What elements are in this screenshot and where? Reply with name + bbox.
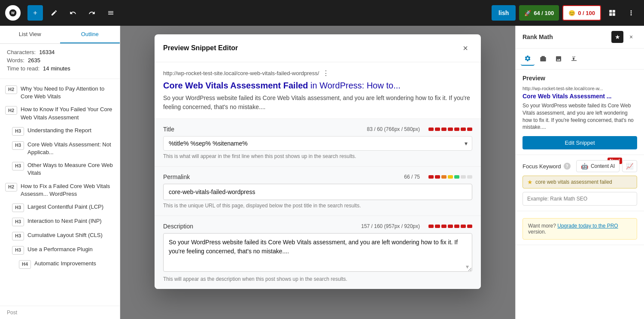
right-header-icons: ★ ×	[611, 31, 637, 43]
tab-general[interactable]	[521, 52, 535, 66]
tab-outline[interactable]: Outline	[60, 26, 120, 43]
preview-title-sm: Core Web Vitals Assessment ...	[522, 93, 637, 100]
snippet-url: http://wp-rocket-test-site.local/core-we…	[163, 70, 319, 76]
chars-label: Characters:	[7, 49, 36, 55]
list-item[interactable]: H3 Use a Performance Plugin	[0, 243, 120, 257]
tab-list-view[interactable]: List View	[0, 26, 60, 43]
modal-title: Preview Snippet Editor	[163, 44, 238, 52]
time-value: 14 minutes	[43, 65, 70, 72]
preview-desc-sm: So your WordPress website failed its Cor…	[522, 102, 637, 131]
list-item[interactable]: H4 Automatic Improvements	[0, 257, 120, 271]
chars-value: 16334	[39, 49, 55, 55]
upgrade-link[interactable]: Upgrade today to the PRO	[557, 223, 618, 229]
list-item[interactable]: H3 Largest Contentful Paint (LCP)	[0, 201, 120, 215]
title-select[interactable]: %title% %sep% %sitename% ▾	[163, 136, 472, 151]
redo-button[interactable]	[84, 5, 100, 21]
permalink-counter: 66 / 75	[404, 174, 420, 180]
content-ai-icon: 🤖	[581, 163, 588, 170]
right-sidebar-header: Rank Math ★ ×	[516, 26, 644, 49]
left-sidebar: List View Outline Characters: 16334 Word…	[0, 26, 120, 319]
permalink-progress-bar	[428, 175, 472, 179]
permalink-field-label: Permalink	[163, 173, 190, 180]
modal-close-button[interactable]: ×	[459, 41, 472, 55]
title-select-display: %title% %sep% %sitename%	[164, 137, 472, 150]
publish-button[interactable]: lish	[492, 5, 516, 21]
close-sidebar-button[interactable]: ×	[625, 31, 637, 43]
title-field-section: Title 83 / 60 (766px / 580px)	[155, 119, 481, 167]
tab-advanced[interactable]	[567, 52, 581, 66]
more-options-button[interactable]	[623, 5, 639, 21]
permalink-help-text: This is the unique URL of this page, dis…	[163, 203, 472, 209]
description-help-text: This will appear as the description when…	[163, 276, 472, 282]
focus-keyword-section: Focus Keyword ? New! 🤖 Content AI 📈 ★ co…	[516, 155, 644, 211]
upgrade-text2: version.	[528, 229, 546, 235]
layout-button[interactable]	[605, 5, 620, 21]
sidebar-stats: Characters: 16334 Words: 2635 Time to re…	[0, 44, 120, 79]
modal-overlay: Preview Snippet Editor × http://wp-rocke…	[120, 26, 515, 319]
h3-badge: H3	[12, 218, 24, 226]
description-field-label: Description	[163, 223, 193, 230]
example-keyword-input[interactable]	[522, 192, 637, 206]
list-item[interactable]: H3 Understanding the Report	[0, 124, 120, 138]
post-label: Post	[0, 306, 120, 319]
permalink-input[interactable]	[163, 184, 472, 200]
description-field-section: Description 157 / 160 (957px / 920px)	[155, 216, 481, 289]
title-help-text: This is what will appear in the first li…	[163, 153, 472, 159]
content-ai-wrapper: New! 🤖 Content AI	[576, 160, 620, 172]
snippet-preview: http://wp-rocket-test-site.local/core-we…	[155, 62, 481, 119]
right-nav-tabs	[516, 49, 644, 70]
snippet-desc-preview: So your WordPress website failed its Cor…	[163, 94, 472, 112]
description-progress-bar	[428, 225, 472, 228]
add-block-button[interactable]	[27, 5, 43, 21]
h3-badge: H3	[12, 246, 24, 255]
snippet-url-menu[interactable]: ⋮	[322, 69, 329, 77]
trend-button[interactable]: 📈	[622, 160, 637, 172]
right-sidebar: Rank Math ★ × Preview http://wp-ro	[515, 26, 644, 319]
list-item[interactable]: H3 Interaction to Next Paint (INP)	[0, 215, 120, 229]
list-item[interactable]: H2 How to Know If You Failed Your Core W…	[0, 103, 120, 124]
star-button[interactable]: ★	[611, 31, 623, 43]
seo-score-badge[interactable]: 🚀 64 / 100	[519, 5, 559, 21]
tab-snippet[interactable]	[536, 52, 550, 66]
toolbar: W lish 🚀 64 / 100 😊 0 / 100	[0, 0, 644, 26]
h3-badge: H3	[12, 204, 24, 212]
list-item[interactable]: H2 Why You Need to Pay Attention to Core…	[0, 82, 120, 103]
rank-math-label: Rank Math	[522, 33, 553, 40]
tab-social[interactable]	[552, 52, 565, 66]
keyword-tag: ★ core web vitals assessment failed	[522, 176, 637, 188]
h2-badge: H2	[5, 106, 17, 115]
svg-text:W: W	[11, 11, 15, 15]
readability-score-badge[interactable]: 😊 0 / 100	[562, 5, 601, 21]
keyword-star-icon: ★	[527, 179, 533, 185]
edit-icon-button[interactable]	[46, 5, 62, 21]
wp-logo[interactable]: W	[5, 5, 21, 21]
sidebar-tabs: List View Outline	[0, 26, 120, 44]
upgrade-text: Want more?	[528, 223, 556, 229]
title-field-label: Title	[163, 126, 174, 133]
permalink-field-section: Permalink 66 / 75	[155, 167, 481, 216]
h2-badge: H2	[5, 183, 17, 191]
help-icon[interactable]: ?	[564, 163, 571, 170]
time-label: Time to read:	[7, 65, 39, 72]
content-ai-button[interactable]: 🤖 Content AI	[576, 160, 620, 172]
h4-badge: H4	[19, 260, 31, 269]
tools-button[interactable]	[103, 5, 118, 21]
list-item[interactable]: H3 Other Ways to Measure Core Web Vitals	[0, 159, 120, 179]
h3-badge: H3	[12, 127, 24, 136]
keyword-text: core web vitals assessment failed	[535, 179, 612, 185]
preview-section: Preview http://wp-rocket-test-site.local…	[516, 70, 644, 155]
list-item[interactable]: H3 Cumulative Layout Shift (CLS)	[0, 229, 120, 243]
words-value: 2635	[28, 57, 40, 64]
description-textarea[interactable]: So your WordPress website failed its Cor…	[163, 233, 472, 272]
list-item[interactable]: H2 How to Fix a Failed Core Web Vitals A…	[0, 180, 120, 201]
upgrade-section: Want more? Upgrade today to the PRO vers…	[516, 211, 644, 245]
h3-badge: H3	[12, 162, 24, 170]
edit-snippet-button[interactable]: Edit Snippet	[522, 136, 637, 149]
undo-button[interactable]	[65, 5, 81, 21]
list-item[interactable]: H3 Core Web Vitals Assessment: Not Appli…	[0, 138, 120, 159]
focus-keyword-row: Focus Keyword ? New! 🤖 Content AI 📈	[522, 160, 637, 172]
main-area: List View Outline Characters: 16334 Word…	[0, 26, 644, 319]
outline-list: H2 Why You Need to Pay Attention to Core…	[0, 79, 120, 306]
preview-url: http://wp-rocket-test-site.local/core-w.…	[522, 86, 637, 91]
toolbar-right: lish 🚀 64 / 100 😊 0 / 100	[492, 5, 639, 21]
